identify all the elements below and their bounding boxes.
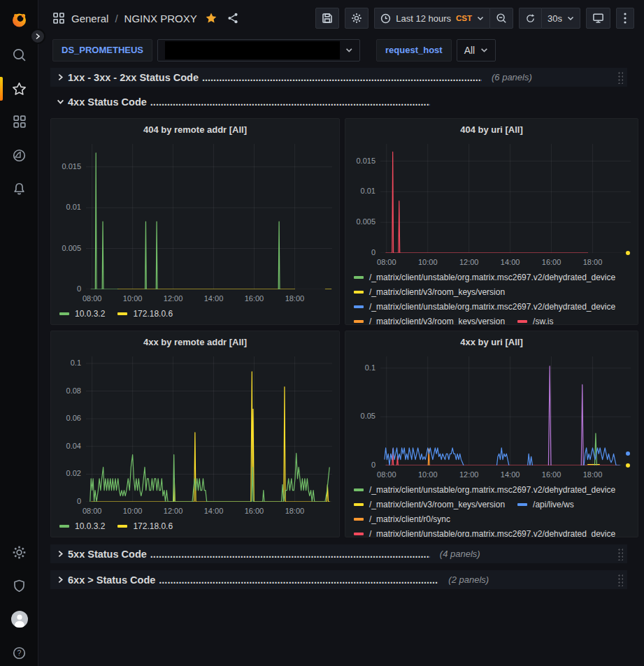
star-icon	[12, 82, 27, 96]
legend-label: /_matrix/client/v3/room_keys/version	[369, 317, 505, 325]
legend-item[interactable]: 172.18.0.6	[117, 306, 173, 321]
panel-title-menu[interactable]: 4xx by remote addr [All]	[51, 331, 339, 352]
panel-title-menu[interactable]: 404 by uri [All]	[345, 119, 638, 140]
share-button[interactable]	[225, 10, 241, 26]
legend-label: /_matrix/client/unstable/org.matrix.msc2…	[369, 273, 615, 282]
legend-swatch	[354, 276, 364, 279]
x-tick-label: 12:00	[459, 470, 479, 479]
chevron-right-icon	[55, 550, 65, 558]
breadcrumb-dashboard-title[interactable]: NGINX PROXY	[124, 13, 197, 24]
row-5xx[interactable]: 5xx Status Code ........................…	[50, 544, 627, 563]
legend-item[interactable]: /_matrix/client/unstable/org.matrix.msc2…	[354, 299, 615, 314]
x-axis: 08:0010:0012:0014:0016:0018:00	[380, 468, 631, 481]
legend-item[interactable]: /_matrix/client/unstable/org.matrix.msc2…	[354, 270, 615, 284]
series-line	[594, 433, 596, 465]
save-icon	[322, 13, 333, 24]
legend-item[interactable]: /_matrix/client/unstable/org.matrix.msc2…	[354, 482, 615, 497]
datasource-picker[interactable]	[157, 39, 360, 61]
row-1xx-3xx-2xx[interactable]: 1xx - 3xx - 2xx Status Code ............…	[50, 68, 627, 87]
refresh-button[interactable]	[519, 8, 541, 29]
timeseries-chart[interactable]: 00.0050.010.015 08:0010:0012:0014:0016:0…	[345, 140, 638, 268]
refresh-interval-dropdown[interactable]: 30s	[541, 8, 580, 29]
sidebar-item-configuration[interactable]	[0, 538, 38, 566]
panel-grid: 404 by remote addr [All] 00.0050.010.015…	[50, 118, 638, 537]
x-tick-label: 18:00	[583, 470, 603, 479]
panel-404-by-remote-addr: 404 by remote addr [All] 00.0050.010.015…	[50, 118, 340, 325]
row-title: 6xx > Status Code	[68, 574, 155, 586]
variables-bar: DS_PROMETHEUS request_host All	[38, 36, 644, 66]
row-drag-handle[interactable]	[617, 573, 623, 586]
cycle-view-mode-button[interactable]	[586, 8, 610, 29]
x-tick-label: 10:00	[418, 470, 438, 479]
legend-item[interactable]: 10.0.3.2	[59, 519, 105, 533]
sidebar-expand-button[interactable]	[30, 29, 45, 44]
x-tick-label: 16:00	[245, 294, 264, 303]
x-tick-label: 18:00	[583, 258, 603, 266]
sidebar-item-starred[interactable]	[0, 75, 38, 103]
y-tick-label: 0.06	[66, 414, 81, 422]
chevron-down-icon	[480, 48, 488, 53]
sidebar-item-alerting[interactable]	[0, 175, 38, 203]
sidebar-item-profile[interactable]	[0, 605, 38, 633]
legend-item[interactable]: /_matrix/client/r0/sync	[354, 512, 450, 526]
chevron-right-icon	[55, 576, 65, 584]
panel-title-menu[interactable]: 4xx by uri [All]	[345, 331, 638, 352]
y-tick-label: 0.04	[66, 442, 81, 450]
legend-label: 172.18.0.6	[133, 309, 173, 319]
legend-item[interactable]: /sw.js	[517, 314, 553, 324]
sidebar-item-help[interactable]: ?	[0, 639, 38, 666]
plot-area[interactable]	[86, 144, 332, 289]
request-host-picker[interactable]: All	[457, 39, 496, 61]
chevron-down-icon	[345, 48, 352, 53]
zoom-out-time-button[interactable]	[489, 8, 513, 29]
legend-label: /_matrix/client/r0/sync	[369, 514, 450, 524]
timeseries-chart[interactable]: 00.050.1 08:0010:0012:0014:0016:0018:00	[345, 352, 638, 481]
legend-label: /_matrix/client/v3/room_keys/version	[369, 500, 505, 509]
gear-icon	[351, 13, 362, 24]
variable-label-request-host[interactable]: request_host	[376, 39, 452, 61]
plot-area[interactable]	[380, 356, 631, 465]
row-6xx[interactable]: 6xx > Status Code ......................…	[50, 570, 627, 589]
legend-item[interactable]: /api/live/ws	[517, 497, 574, 512]
y-tick-label: 0.1	[365, 363, 375, 372]
y-tick-label: 0.1	[71, 359, 81, 367]
row-drag-handle[interactable]	[617, 547, 623, 560]
row-drag-handle[interactable]	[617, 71, 623, 84]
panel-title: 404 by remote addr [All]	[143, 124, 247, 135]
shield-icon	[12, 579, 27, 593]
legend-item[interactable]: /_matrix/client/v3/room_keys/version	[354, 497, 505, 512]
row-title: 4xx Status Code	[68, 96, 147, 108]
zoom-out-icon	[496, 13, 507, 24]
sidebar-item-dashboards[interactable]	[0, 108, 38, 136]
x-tick-label: 14:00	[501, 470, 520, 479]
save-dashboard-button[interactable]	[315, 8, 339, 29]
legend-label: 172.18.0.6	[133, 521, 173, 531]
star-filled-icon	[205, 12, 217, 24]
legend-item[interactable]: 10.0.3.2	[59, 306, 105, 321]
sidebar-item-explore[interactable]	[0, 141, 38, 169]
time-range-picker[interactable]: Last 12 hours CST	[374, 8, 489, 29]
legend-swatch	[117, 312, 127, 315]
row-4xx[interactable]: 4xx Status Code ........................…	[50, 92, 627, 111]
legend-item[interactable]: /_matrix/client/unstable/org.matrix.msc2…	[354, 526, 615, 537]
timeseries-chart[interactable]: 00.020.040.060.080.1 08:0010:0012:0014:0…	[51, 352, 339, 517]
sidebar-item-search[interactable]	[0, 41, 38, 68]
legend-item[interactable]: /_matrix/client/v3/room_keys/version	[354, 314, 505, 324]
favorite-star-button[interactable]	[203, 10, 219, 26]
plot-area[interactable]	[380, 144, 631, 253]
plot-area[interactable]	[86, 356, 332, 502]
breadcrumb-separator: /	[115, 13, 117, 24]
breadcrumb-folder[interactable]: General	[71, 13, 108, 24]
y-axis: 00.0050.010.015	[350, 144, 380, 253]
timeseries-chart[interactable]: 00.0050.010.015 08:0010:0012:0014:0016:0…	[51, 140, 339, 305]
more-options-button[interactable]	[616, 8, 634, 29]
search-icon	[12, 48, 27, 62]
gear-icon	[12, 545, 27, 560]
sidebar-item-server-admin[interactable]	[0, 572, 38, 600]
legend-item[interactable]: 172.18.0.6	[117, 519, 173, 533]
variable-label-ds-prometheus[interactable]: DS_PROMETHEUS	[52, 39, 152, 61]
dashboard-settings-button[interactable]	[345, 8, 368, 29]
legend-item[interactable]: /_matrix/client/v3/room_keys/version	[354, 284, 505, 299]
legend-swatch	[517, 503, 527, 506]
panel-title-menu[interactable]: 404 by remote addr [All]	[51, 119, 339, 140]
